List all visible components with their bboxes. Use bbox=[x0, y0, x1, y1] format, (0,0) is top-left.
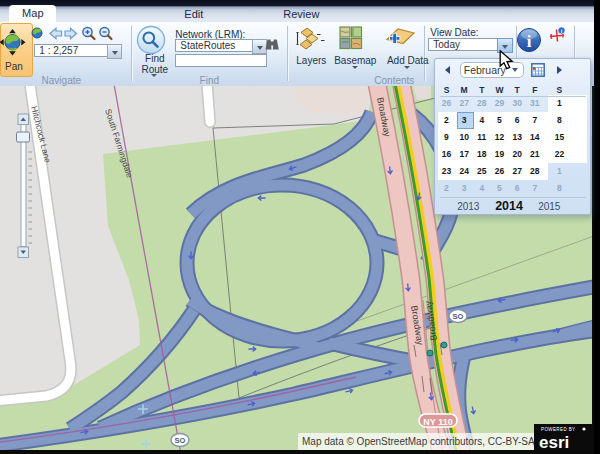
svg-text:i: i bbox=[527, 32, 532, 51]
svg-text:esri: esri bbox=[539, 433, 569, 452]
svg-text:SO: SO bbox=[453, 312, 464, 321]
svg-text:Map data © OpenStreetMap contr: Map data © OpenStreetMap contributors, C… bbox=[302, 436, 535, 447]
svg-text:NY 110: NY 110 bbox=[424, 417, 453, 427]
svg-text:POWERED BY: POWERED BY bbox=[541, 427, 576, 432]
svg-text:SO: SO bbox=[175, 436, 186, 445]
